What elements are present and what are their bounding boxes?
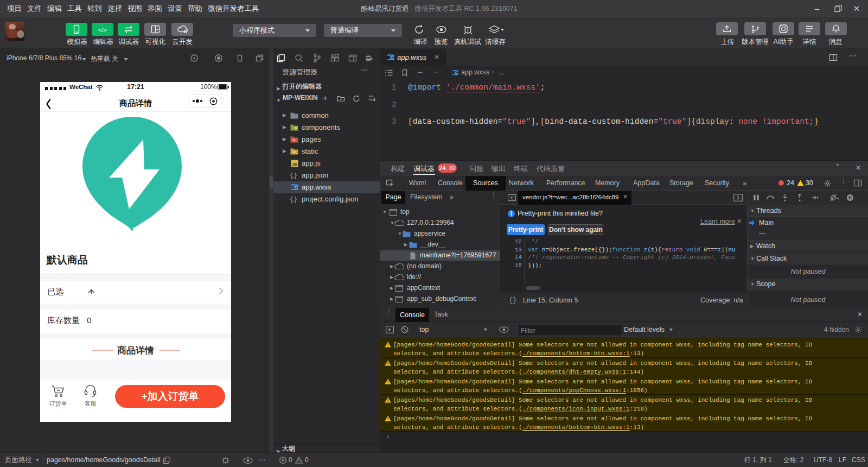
svg-text:</>: </> [98, 27, 107, 33]
svg-text:JS: JS [292, 161, 297, 166]
